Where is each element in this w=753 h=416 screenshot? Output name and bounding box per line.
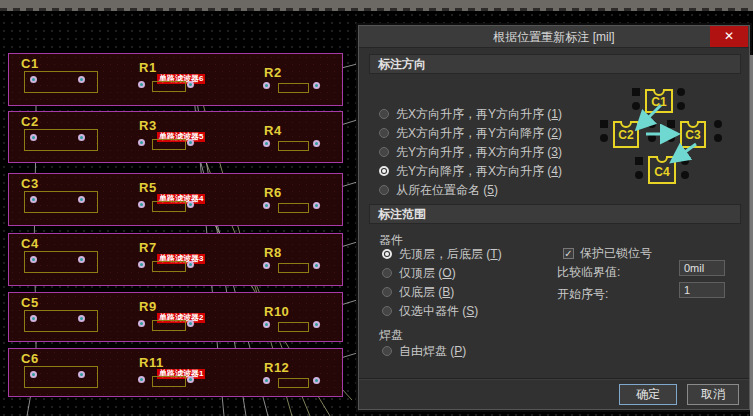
radio-dir-xasc-ydesc[interactable]: 先X方向升序，再Y方向降序 (2) <box>379 126 562 140</box>
radio-icon <box>379 109 389 119</box>
resistor-pad[interactable] <box>187 320 194 327</box>
direction-preview-diagram: C1 C2 C3 C4 <box>599 78 751 200</box>
radio-top-only[interactable]: 仅顶层 (O) <box>382 266 456 280</box>
app-window: C1 R1 单路滤波器6 R2 C2 R3 单路滤波器5 R4 <box>0 0 753 416</box>
reannotate-dialog: 根据位置重新标注 [mil] ✕ 标注方向 先X方向升序，再Y方向升序 (1) … <box>358 25 750 410</box>
capacitor-pad[interactable] <box>30 315 37 322</box>
resistor-pad[interactable] <box>138 376 145 383</box>
radio-icon <box>382 287 392 297</box>
radio-dir-xasc-yasc[interactable]: 先X方向升序，再Y方向升序 (1) <box>379 107 562 121</box>
resistor-pad[interactable] <box>313 82 320 89</box>
resistor-pad[interactable] <box>313 202 320 209</box>
resistor-body[interactable] <box>152 376 186 387</box>
capacitor-pad[interactable] <box>78 134 85 141</box>
compare-threshold-label: 比较临界值: <box>557 264 620 281</box>
capacitor-pad[interactable] <box>30 196 37 203</box>
pcb-board-row[interactable]: C1 R1 单路滤波器6 R2 <box>8 53 343 106</box>
resistor-pad[interactable] <box>263 262 270 269</box>
resistor-pad[interactable] <box>263 202 270 209</box>
resistor-pad[interactable] <box>187 201 194 208</box>
pcb-board-row[interactable]: C5 R9 单路滤波器2 R10 <box>8 292 343 342</box>
resistor-pad[interactable] <box>187 81 194 88</box>
resistor-body[interactable] <box>152 261 186 272</box>
radio-free-pads[interactable]: 自由焊盘 (P) <box>382 344 466 358</box>
section-header-scope: 标注范围 <box>369 204 741 224</box>
resistor-pad[interactable] <box>263 321 270 328</box>
capacitor-designator: C5 <box>21 295 39 310</box>
capacitor-pad[interactable] <box>78 371 85 378</box>
resistor-pad[interactable] <box>263 140 270 147</box>
resistor-body[interactable] <box>152 139 186 150</box>
resistor-body[interactable] <box>278 83 309 93</box>
resistor-body[interactable] <box>278 203 309 213</box>
resistor-body[interactable] <box>278 378 309 388</box>
resistor-pad[interactable] <box>138 201 145 208</box>
resistor-body[interactable] <box>278 263 309 273</box>
capacitor-designator: C4 <box>21 236 39 251</box>
resistor-pad[interactable] <box>187 376 194 383</box>
close-button[interactable]: ✕ <box>710 26 748 47</box>
pcb-board-row[interactable]: C2 R3 单路滤波器5 R4 <box>8 111 343 163</box>
resistor-designator: R10 <box>264 304 289 319</box>
toolbar-edge <box>0 0 753 11</box>
resistor-designator: R7 <box>139 240 157 255</box>
radio-dir-ydesc-xasc[interactable]: 先Y方向降序，再X方向升序 (4) <box>379 164 562 178</box>
resistor-pad[interactable] <box>187 139 194 146</box>
resistor-body[interactable] <box>152 201 186 212</box>
capacitor-pad[interactable] <box>30 371 37 378</box>
resistor-designator: R11 <box>139 355 164 370</box>
radio-selected-only[interactable]: 仅选中器件 (S) <box>382 304 478 318</box>
capacitor-designator: C2 <box>21 114 39 129</box>
radio-dir-by-location[interactable]: 从所在位置命名 (5) <box>379 183 498 197</box>
resistor-body[interactable] <box>152 81 186 92</box>
dialog-titlebar[interactable]: 根据位置重新标注 [mil] ✕ <box>359 26 749 48</box>
resistor-pad[interactable] <box>138 81 145 88</box>
section-header-direction: 标注方向 <box>369 54 741 74</box>
radio-icon <box>382 346 392 356</box>
resistor-pad[interactable] <box>138 320 145 327</box>
diagram-label-c4: C4 <box>654 165 670 179</box>
capacitor-pad[interactable] <box>30 134 37 141</box>
pcb-board-row[interactable]: C4 R7 单路滤波器3 R8 <box>8 233 343 286</box>
start-index-input[interactable]: 1 <box>679 282 725 298</box>
capacitor-pad[interactable] <box>78 315 85 322</box>
resistor-body[interactable] <box>278 141 309 151</box>
resistor-pad[interactable] <box>263 82 270 89</box>
compare-threshold-input[interactable]: 0mil <box>679 260 725 276</box>
resistor-designator: R12 <box>264 360 289 375</box>
checkbox-protect-locked[interactable]: ✓ 保护已锁位号 <box>563 245 652 262</box>
resistor-pad[interactable] <box>313 377 320 384</box>
radio-icon <box>379 128 389 138</box>
capacitor-pad[interactable] <box>78 256 85 263</box>
resistor-pad[interactable] <box>313 140 320 147</box>
resistor-pad[interactable] <box>138 261 145 268</box>
resistor-pad[interactable] <box>313 321 320 328</box>
resistor-pad[interactable] <box>187 261 194 268</box>
resistor-pad[interactable] <box>313 262 320 269</box>
capacitor-pad[interactable] <box>30 256 37 263</box>
pcb-board-row[interactable]: C3 R5 单路滤波器4 R6 <box>8 173 343 226</box>
resistor-pad[interactable] <box>263 377 270 384</box>
resistor-body[interactable] <box>152 320 186 331</box>
capacitor-pad[interactable] <box>78 76 85 83</box>
radio-icon <box>382 268 392 278</box>
start-index-label: 开始序号: <box>557 286 608 303</box>
radio-dir-yasc-xasc[interactable]: 先Y方向升序，再X方向升序 (3) <box>379 145 562 159</box>
capacitor-pad[interactable] <box>78 196 85 203</box>
radio-icon <box>379 166 389 176</box>
diagram-label-c2: C2 <box>618 128 634 142</box>
resistor-designator: R1 <box>139 60 157 75</box>
checkbox-icon: ✓ <box>563 248 574 259</box>
resistor-body[interactable] <box>278 322 309 332</box>
radio-icon <box>382 249 392 259</box>
radio-bottom-only[interactable]: 仅底层 (B) <box>382 285 454 299</box>
cancel-button[interactable]: 取消 <box>687 384 739 405</box>
group-label-pads: 焊盘 <box>379 327 403 344</box>
radio-icon <box>379 147 389 157</box>
resistor-designator: R9 <box>139 299 157 314</box>
radio-top-then-bottom[interactable]: 先顶层，后底层 (T) <box>382 247 502 261</box>
ok-button[interactable]: 确定 <box>619 384 677 405</box>
resistor-pad[interactable] <box>138 139 145 146</box>
capacitor-pad[interactable] <box>30 76 37 83</box>
pcb-board-row[interactable]: C6 R11 单路滤波器1 R12 <box>8 348 343 397</box>
